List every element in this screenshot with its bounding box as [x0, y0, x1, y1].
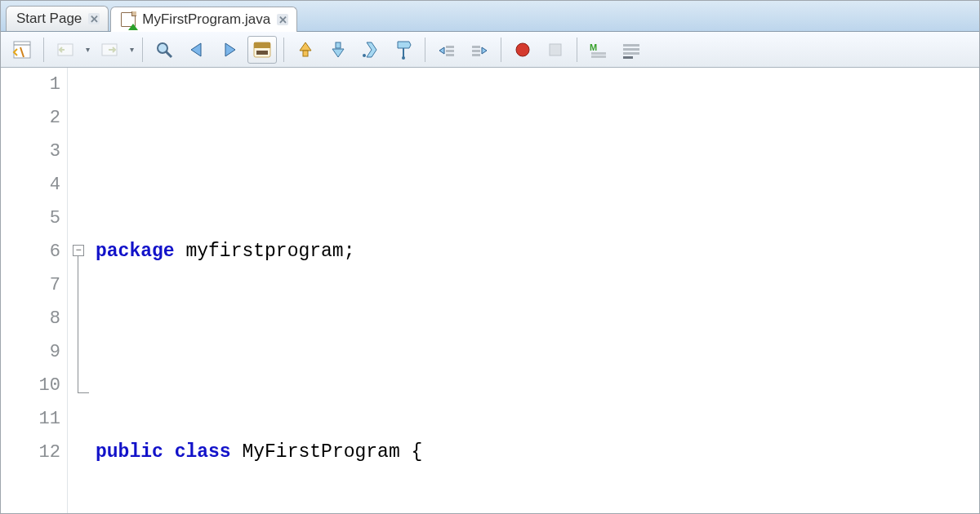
svg-point-19 [516, 43, 529, 56]
separator-icon [142, 38, 143, 62]
shift-line-down-button[interactable] [323, 36, 353, 64]
svg-rect-14 [446, 50, 454, 52]
svg-rect-22 [591, 52, 606, 55]
editor-tabs: Start Page ✕ MyFirstProgram.java ✕ [1, 1, 979, 32]
svg-rect-18 [472, 54, 480, 56]
svg-line-4 [166, 51, 172, 57]
line-number: 2 [1, 101, 60, 135]
svg-point-12 [402, 56, 405, 60]
code-area[interactable]: package myfirstprogram; public class MyF… [91, 68, 979, 513]
line-number: 12 [1, 436, 60, 469]
line-number: 3 [1, 135, 60, 168]
close-icon[interactable]: ✕ [277, 14, 288, 25]
close-icon[interactable]: ✕ [88, 13, 100, 24]
dropdown-icon[interactable]: ▾ [83, 45, 91, 54]
nav-back-button[interactable] [51, 36, 80, 64]
svg-rect-24 [623, 44, 639, 47]
tab-start-page[interactable]: Start Page ✕ [6, 6, 109, 31]
next-edit-button[interactable] [215, 36, 244, 64]
line-number: 8 [1, 302, 60, 335]
fold-gutter: − [68, 68, 91, 513]
shift-right-button[interactable] [465, 36, 494, 64]
line-number: 7 [1, 268, 60, 302]
svg-rect-9 [336, 42, 341, 48]
svg-rect-25 [623, 48, 639, 51]
code-line [91, 335, 979, 369]
separator-icon [283, 38, 284, 62]
line-number: 9 [1, 335, 60, 369]
bookmark-button[interactable] [389, 36, 418, 64]
separator-icon [577, 38, 577, 62]
svg-rect-23 [591, 55, 606, 58]
svg-rect-26 [623, 52, 639, 55]
line-number: 1 [1, 68, 60, 101]
code-line: package myfirstprogram; [91, 235, 979, 268]
diff-button[interactable]: M [584, 36, 613, 64]
stop-macro-button[interactable] [541, 36, 570, 64]
svg-text:M: M [590, 42, 597, 52]
shift-line-up-button[interactable] [291, 36, 320, 64]
toggle-highlight-button[interactable] [356, 36, 385, 64]
shift-left-button[interactable] [432, 36, 461, 64]
svg-rect-16 [472, 46, 480, 48]
nav-forward-button[interactable] [95, 36, 124, 64]
keyword: public [96, 441, 163, 463]
svg-rect-6 [254, 42, 270, 48]
keyword: package [96, 241, 175, 262]
comment-lines-button[interactable] [617, 36, 646, 64]
separator-icon [43, 38, 44, 62]
fold-end-icon [78, 392, 89, 393]
keyword: class [175, 441, 231, 463]
line-number: 6 [1, 235, 60, 268]
svg-point-10 [363, 54, 366, 57]
fold-guide [78, 256, 78, 392]
svg-rect-7 [256, 51, 268, 55]
code-line [91, 135, 979, 168]
fold-toggle-icon[interactable]: − [73, 245, 84, 256]
svg-rect-17 [472, 50, 480, 52]
find-button[interactable] [149, 36, 179, 64]
separator-icon [425, 38, 425, 62]
java-file-icon [121, 12, 136, 27]
separator-icon [501, 38, 501, 62]
line-number-gutter: 1 2 3 4 5 6 7 8 9 10 11 12 [1, 68, 68, 513]
svg-rect-27 [623, 56, 633, 59]
svg-rect-15 [446, 54, 454, 56]
line-number: 10 [1, 369, 60, 402]
start-macro-record-button[interactable] [508, 36, 537, 64]
dropdown-icon[interactable]: ▾ [127, 45, 136, 54]
line-number: 4 [1, 168, 60, 202]
prev-edit-button[interactable] [182, 36, 212, 64]
line-number: 5 [1, 202, 60, 235]
editor-toolbar: ▾ ▾ M [1, 32, 979, 68]
code-editor[interactable]: 1 2 3 4 5 6 7 8 9 10 11 12 − package myf… [1, 68, 979, 513]
tab-label: MyFirstProgram.java [142, 11, 270, 28]
tab-myfirstprogram[interactable]: MyFirstProgram.java ✕ [110, 7, 297, 32]
svg-rect-8 [303, 51, 308, 56]
line-number: 11 [1, 402, 60, 436]
source-view-button[interactable] [7, 36, 37, 64]
svg-rect-20 [550, 44, 561, 55]
last-edit-button[interactable] [247, 36, 277, 64]
code-line: public class MyFirstProgram { [91, 436, 979, 469]
svg-rect-13 [446, 46, 454, 48]
tab-label: Start Page [16, 11, 82, 27]
